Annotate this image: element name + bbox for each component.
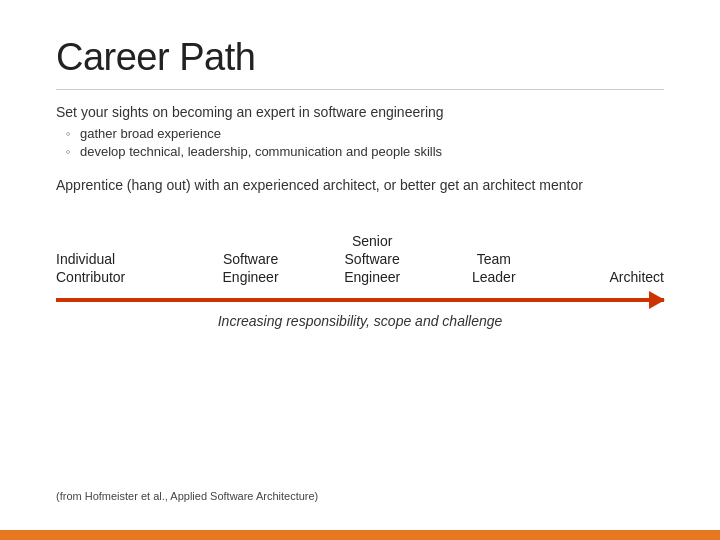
bullet-list: gather broad experience develop technica… <box>56 126 664 159</box>
arrow-container <box>56 291 664 309</box>
role-team-leader: TeamLeader <box>433 250 555 290</box>
increasing-text: Increasing responsibility, scope and cha… <box>56 313 664 329</box>
slide-title: Career Path <box>56 36 664 79</box>
arrow-head <box>649 291 665 309</box>
bottom-bar <box>0 530 720 540</box>
citation-text: (from Hofmeister et al., Applied Softwar… <box>56 490 318 502</box>
role-architect: Architect <box>555 268 664 290</box>
role-software-engineer: SoftwareEngineer <box>190 250 312 290</box>
intro-text: Set your sights on becoming an expert in… <box>56 104 664 120</box>
roles-row: IndividualContributor SoftwareEngineer S… <box>56 232 664 291</box>
arrow-line <box>56 298 664 302</box>
apprentice-text: Apprentice (hang out) with an experience… <box>56 175 636 196</box>
role-individual: IndividualContributor <box>56 250 190 290</box>
slide: Career Path Set your sights on becoming … <box>0 0 720 540</box>
role-senior-software-engineer: SeniorSoftwareEngineer <box>311 232 433 291</box>
bullet-item-1: gather broad experience <box>66 126 664 141</box>
title-divider <box>56 89 664 90</box>
career-ladder: IndividualContributor SoftwareEngineer S… <box>56 232 664 329</box>
bullet-item-2: develop technical, leadership, communica… <box>66 144 664 159</box>
